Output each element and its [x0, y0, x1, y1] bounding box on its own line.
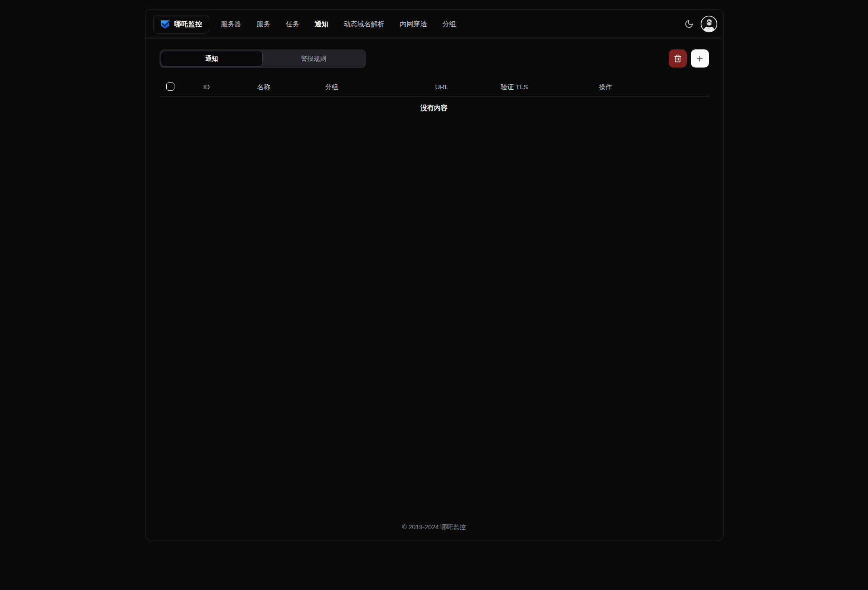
- table-empty-row: 没有内容: [159, 97, 709, 119]
- nav-item-groups[interactable]: 分组: [443, 20, 456, 29]
- brand-name: 哪吒监控: [174, 20, 203, 29]
- navbar: 哪吒监控 服务器 服务 任务 通知 动态域名解析 内网穿透 分组: [145, 10, 723, 39]
- nav-item-servers[interactable]: 服务器: [221, 20, 241, 29]
- footer: © 2019-2024 哪吒监控: [159, 523, 709, 541]
- delete-selected-button[interactable]: [669, 49, 687, 68]
- plus-icon: [695, 54, 704, 63]
- toolbar-actions: [669, 49, 709, 68]
- nav-item-nat[interactable]: 内网穿透: [400, 20, 427, 29]
- table-header-actions: 操作: [592, 83, 709, 92]
- tab-alert-rules[interactable]: 警报规则: [263, 51, 365, 67]
- user-avatar: [700, 15, 718, 33]
- table-header-group: 分组: [318, 83, 428, 92]
- table-header-tls: 验证 TLS: [494, 83, 592, 92]
- table-header-name: 名称: [250, 83, 318, 92]
- table-header-id: ID: [196, 83, 250, 91]
- trash-icon: [674, 54, 682, 63]
- app-card: 哪吒监控 服务器 服务 任务 通知 动态域名解析 内网穿透 分组: [145, 9, 723, 541]
- empty-state-text: 没有内容: [420, 104, 448, 112]
- brand-home-button[interactable]: 哪吒监控: [153, 15, 209, 34]
- add-notification-button[interactable]: [691, 49, 709, 68]
- select-all-checkbox[interactable]: [166, 82, 174, 91]
- nav-item-tasks[interactable]: 任务: [286, 20, 299, 29]
- moon-icon: [685, 19, 694, 29]
- shield-check-logo-icon: [160, 19, 170, 29]
- table-header-select: [159, 82, 196, 92]
- nav-item-services[interactable]: 服务: [257, 20, 270, 29]
- toolbar: 通知 警报规则: [159, 49, 709, 68]
- user-menu-button[interactable]: [700, 15, 718, 33]
- tab-notifications[interactable]: 通知: [161, 51, 263, 67]
- notifications-table: ID 名称 分组 URL 验证 TLS 操作 没有内容: [159, 77, 709, 119]
- theme-toggle-button[interactable]: [681, 16, 697, 32]
- table-header-url: URL: [428, 83, 494, 91]
- nav-item-notifications[interactable]: 通知: [315, 20, 328, 29]
- main-nav: 服务器 服务 任务 通知 动态域名解析 内网穿透 分组: [221, 20, 456, 29]
- main-content: 通知 警报规则: [145, 39, 723, 541]
- tab-switcher: 通知 警报规则: [159, 49, 366, 68]
- nav-item-ddns[interactable]: 动态域名解析: [344, 20, 385, 29]
- copyright-text: © 2019-2024 哪吒监控: [402, 523, 466, 531]
- navbar-right: [681, 15, 718, 33]
- table-header-row: ID 名称 分组 URL 验证 TLS 操作: [159, 77, 709, 97]
